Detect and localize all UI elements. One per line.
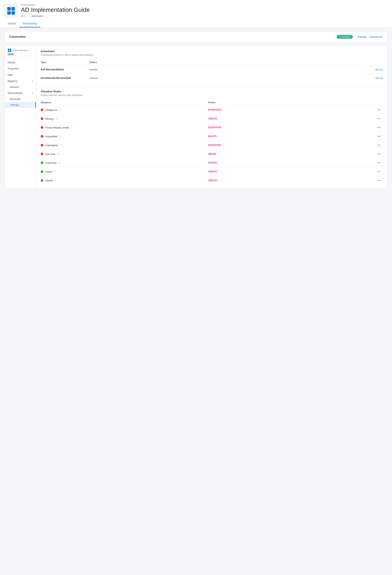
tab-bar: Details Provisioning [4,20,388,27]
info-icon-confirmed[interactable]: ⓘ [58,162,60,164]
schedules-title: Schedules [41,49,383,53]
main-content: Schedules Periodically perform a full or… [36,46,387,189]
sidebar-item-reconciliation[interactable]: Reconciliation ▴ [5,90,36,96]
info-icon-missing[interactable]: ⓘ [55,117,57,120]
dot-found [41,170,43,173]
authoritative-badge: ✓ Authoritative [27,14,45,18]
setup-full-link[interactable]: Set Up [375,68,383,71]
svg-rect-4 [8,49,9,50]
app-logo [4,4,18,18]
dot-absent [41,179,43,182]
mapping-caret-icon: ▴ [32,80,33,82]
sidebar-item-reconcile[interactable]: Reconcile [5,96,36,102]
schedules-desc: Periodically perform a full or partial r… [41,53,383,56]
info-icon-found[interactable]: ⓘ [54,170,56,173]
situation-table-header: Situation Action [41,99,383,106]
info-icon-unassigned[interactable]: ⓘ [60,144,62,147]
dot-link-only [41,153,43,155]
situation-row-missing: Missing ⓘ CREATE ••• [41,114,383,123]
info-icon-link-only[interactable]: ⓘ [57,153,59,155]
page-header: Active Directory AD Implementation Guide… [0,0,392,28]
dot-ambiguous [41,109,43,111]
info-icon-found-already-linked[interactable]: ⓘ [71,126,73,129]
schedules-table-header: Type Status [41,59,383,65]
dot-unqualified [41,135,43,138]
schedule-row-full: Full Reconciliation Inactive Set Up [41,65,383,74]
schedules-section: Schedules Periodically perform a full or… [36,46,387,86]
sidebar-item-properties[interactable]: Properties [5,66,36,72]
tab-provisioning[interactable]: Provisioning [19,20,40,27]
sidebar: Active Directory ▾ User Details Properti… [5,46,36,189]
info-icon-absent[interactable]: ⓘ [55,179,57,182]
svg-rect-0 [7,7,11,11]
tab-details[interactable]: Details [4,20,19,27]
svg-rect-6 [8,50,9,52]
situation-row-unqualified: Unqualified ⓘ DELETE ••• [41,132,383,141]
page-title: AD Implementation Guide [21,6,90,13]
situation-row-found: Found ⓘ UPDATE ••• [41,167,383,176]
disconnect-link[interactable]: Disconnect [370,35,383,38]
situation-row-ambiguous: Ambiguous ⓘ EXCEPTION ••• [41,106,383,114]
sidebar-nav: Details Properties Data Mapping ▴ Inboun… [5,58,36,109]
svg-rect-1 [11,7,15,11]
sidebar-item-mapping[interactable]: Mapping ▴ [5,78,36,84]
sidebar-app-name: Active Directory [13,49,27,51]
check-icon: ✓ [29,15,31,17]
setup-incremental-link[interactable]: Set Up [375,77,383,79]
more-button-ambiguous[interactable]: ••• [375,108,383,112]
situation-row-found-already-linked: Found Already Linked ⓘ EXCEPTION ••• [41,123,383,132]
reconciliation-caret-icon: ▴ [32,92,33,94]
connection-card: Connection Connected Settings Disconnect [4,31,388,42]
app-name-label: Active Directory [21,4,90,6]
info-icon-ambiguous[interactable]: ⓘ [59,109,61,111]
dot-found-already-linked [41,126,43,129]
situation-rules-section: Situation Rules Define rules for various… [36,86,387,189]
dot-confirmed [41,162,43,164]
situation-row-confirmed: Confirmed ⓘ UPDATE ••• [41,159,383,167]
more-button-unassigned[interactable]: ••• [375,144,383,147]
situation-rules-desc: Define rules for various sync situations… [41,94,383,96]
content-area: Connection Connected Settings Disconnect… [0,28,392,192]
situation-row-absent: Absent ⓘ CREATE ••• [41,176,383,185]
sidebar-entity: User [8,53,33,56]
connection-links: Settings Disconnect [357,35,383,38]
settings-link[interactable]: Settings [357,35,367,38]
svg-rect-5 [10,49,11,50]
more-button-missing[interactable]: ••• [375,117,383,120]
svg-rect-2 [7,11,11,15]
more-button-absent[interactable]: ••• [375,179,383,182]
sidebar-item-settings[interactable]: Settings [5,102,36,108]
info-icon-unqualified[interactable]: ⓘ [59,135,61,138]
schedule-row-incremental: Incremental Reconciliati Inactive Set Up [41,74,383,82]
sidebar-item-details[interactable]: Details [5,59,36,66]
svg-rect-3 [11,11,15,15]
situation-row-unassigned: Unassigned ⓘ EXCEPTION ••• [41,141,383,150]
more-button-found-already-linked[interactable]: ••• [375,126,383,129]
more-button-link-only[interactable]: ••• [375,152,383,156]
connection-label: Connection [9,35,337,39]
main-card: Active Directory ▾ User Details Properti… [4,46,388,189]
svg-rect-7 [10,50,11,52]
dot-missing [41,117,43,120]
more-button-unqualified[interactable]: ••• [375,135,383,138]
connected-badge: Connected [337,35,353,39]
more-button-confirmed[interactable]: ••• [375,161,383,165]
more-button-found[interactable]: ••• [375,170,383,173]
sidebar-item-data[interactable]: Data [5,72,36,78]
version-label: v2.1 [21,15,25,17]
sidebar-item-inbound[interactable]: Inbound [5,84,36,90]
sidebar-header: Active Directory ▾ User [5,46,36,58]
situation-row-link-only: Link Only ⓘ UNLINK ••• [41,150,383,159]
chevron-down-icon[interactable]: ▾ [28,49,30,52]
dot-unassigned [41,144,43,146]
situation-rules-title: Situation Rules [41,90,383,93]
